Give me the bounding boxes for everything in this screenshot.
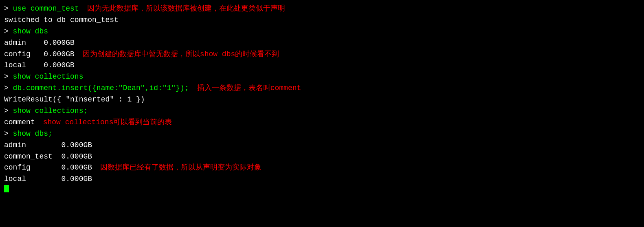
prompt-7: > [4,71,13,83]
line-9: WriteResult({ "nInserted" : 1 }) [4,94,640,106]
output-4: admin 0.000GB [4,37,75,49]
output-2: switched to db common_test [4,15,119,26]
line-15: config 0.000GB因数据库已经有了数据，所以从声明变为实际对象 [4,162,640,174]
cmd-8: db.comment.insert({name:"Dean",id:"1"}); [13,83,189,94]
line-13: admin 0.000GB [4,140,640,151]
output-9: WriteResult({ "nInserted" : 1 }) [4,94,145,106]
cmd-1: use common_test [13,3,79,15]
terminal: > use common_test因为无此数据库，所以该数据库被创建，在此处更类… [4,3,640,192]
output-16: local 0.000GB [4,174,92,185]
output-5: config 0.000GB [4,49,75,60]
line-1: > use common_test因为无此数据库，所以该数据库被创建，在此处更类… [4,3,640,15]
cursor-line [4,185,640,192]
annotation-15: 因数据库已经有了数据，所以从声明变为实际对象 [100,162,262,174]
line-8: > db.comment.insert({name:"Dean",id:"1"}… [4,83,640,94]
output-6: local 0.000GB [4,60,75,71]
line-10: > show collections; [4,106,640,117]
cmd-12: show dbs; [13,128,53,140]
annotation-1: 因为无此数据库，所以该数据库被创建，在此处更类似于声明 [87,3,285,15]
prompt-12: > [4,128,13,140]
prompt-10: > [4,106,13,117]
line-5: config 0.000GB因为创建的数据库中暂无数据，所以show dbs的时… [4,49,640,60]
cmd-3: show dbs [13,26,48,37]
output-15: config 0.000GB [4,162,92,174]
annotation-11: show collections可以看到当前的表 [43,117,172,128]
cmd-7: show collections [13,71,84,83]
line-2: switched to db common_test [4,15,640,26]
line-16: local 0.000GB [4,174,640,185]
line-3: > show dbs [4,26,640,37]
terminal-cursor [4,185,9,192]
prompt-8: > [4,83,13,94]
prompt-3: > [4,26,13,37]
line-12: > show dbs; [4,128,640,140]
line-11: commentshow collections可以看到当前的表 [4,117,640,128]
line-6: local 0.000GB [4,60,640,71]
annotation-5: 因为创建的数据库中暂无数据，所以show dbs的时候看不到 [83,49,279,60]
output-11: comment [4,117,35,128]
output-14: common_test 0.000GB [4,151,92,163]
prompt-1: > [4,3,13,15]
cmd-10: show collections; [13,106,88,117]
line-7: > show collections [4,71,640,83]
annotation-8: 插入一条数据，表名叫comment [197,83,301,94]
output-13: admin 0.000GB [4,140,92,151]
line-4: admin 0.000GB [4,37,640,49]
line-14: common_test 0.000GB [4,151,640,163]
